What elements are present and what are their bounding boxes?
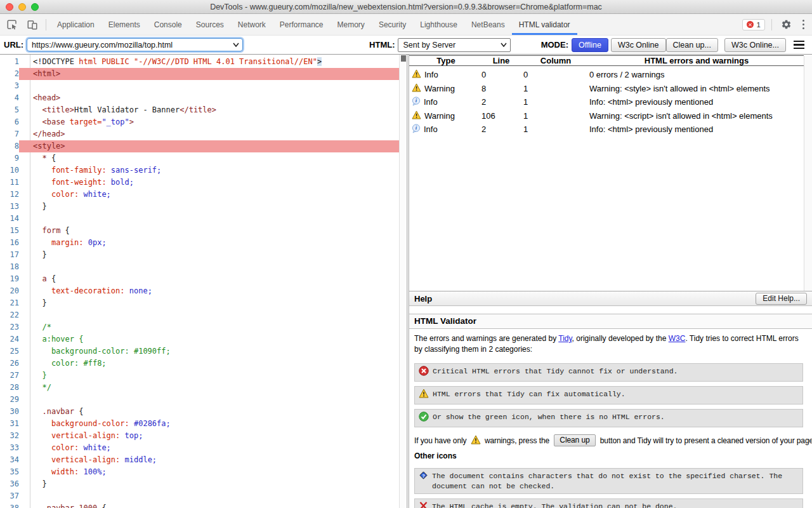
help-box-text: HTML errors that Tidy can fix automatica… [433, 389, 625, 399]
code-area: 1<!DOCTYPE html PUBLIC "-//W3C//DTD HTML… [0, 55, 407, 508]
url-label: URL: [4, 40, 23, 50]
line-number: 30 [0, 406, 23, 418]
warning-icon [412, 69, 421, 80]
tab-network[interactable]: Network [231, 14, 273, 35]
tab-sources[interactable]: Sources [189, 14, 231, 35]
code-line: 20 text-decoration: none; [0, 285, 407, 297]
error-type-label: Info [424, 70, 438, 79]
url-combobox[interactable]: https://www.gueury.com/mozilla/top.html [27, 38, 243, 51]
error-message: Info: <html> previously mentioned [589, 97, 804, 107]
code-line: 38 .navbar_1000 { [0, 502, 407, 508]
mode-offline-button[interactable]: Offline [572, 38, 608, 52]
line-number: 14 [0, 213, 23, 225]
category-boxes: Critical HTML errors that Tidy cannot fi… [409, 363, 812, 428]
chevron-down-icon [233, 43, 239, 47]
help-intro-paragraph: The errors and warnings are generated by… [414, 333, 802, 356]
error-type-label: Info [424, 124, 438, 134]
error-table-row[interactable]: Warning1061Warning: <script> isn't allow… [409, 109, 804, 123]
warning-triangle-icon [471, 435, 481, 446]
inspect-element-icon[interactable] [4, 17, 20, 33]
error-line-number: 0 [480, 70, 522, 79]
tab-elements[interactable]: Elements [102, 14, 147, 35]
error-table-row[interactable]: iInfo21Info: <html> previously mentioned [409, 95, 804, 109]
clean-up-button[interactable]: Clean up... [666, 38, 718, 52]
minimize-window-button[interactable] [18, 3, 26, 11]
editor-scrollbar[interactable] [399, 55, 407, 508]
edit-help-button[interactable]: Edit Help... [756, 293, 807, 305]
error-type-label: Warning [424, 111, 455, 121]
hamburger-menu-icon[interactable] [792, 39, 806, 51]
devtools-tabs: ApplicationElementsConsoleSourcesNetwork… [50, 14, 577, 35]
chevron-down-icon [501, 43, 507, 47]
help-box-text: The document contains characters that do… [432, 471, 787, 491]
line-number: 16 [0, 237, 23, 249]
error-circle-icon [747, 21, 754, 28]
charset-diamond-icon: ? [419, 471, 428, 483]
w3c-link[interactable]: W3C [669, 334, 686, 343]
code-line: 30 .navbar { [0, 406, 407, 418]
code-line: 36 } [0, 478, 407, 490]
url-value: https://www.gueury.com/mozilla/top.html [32, 41, 233, 50]
zoom-window-button[interactable] [31, 3, 39, 11]
error-table-row[interactable]: Info000 errors / 2 warnings [409, 68, 804, 82]
errors-scrollbar[interactable] [804, 56, 812, 291]
more-options-icon[interactable] [800, 17, 807, 32]
mode-w3c-online-button[interactable]: W3c Online [611, 38, 666, 52]
error-column-number: 0 [522, 70, 589, 79]
help-title: Help [414, 294, 432, 304]
code-line: 16 margin: 0px; [0, 237, 407, 249]
error-message: Info: <html> previously mentioned [589, 124, 804, 134]
warning-triangle-icon [419, 389, 429, 401]
error-table-row[interactable]: Warning81Warning: <style> isn't allowed … [409, 82, 804, 96]
line-number: 26 [0, 358, 23, 370]
line-number: 3 [0, 80, 23, 92]
html-source-select[interactable]: Sent by Server [398, 38, 511, 52]
code-line: 31 background-color: #0286fa; [0, 418, 407, 430]
code-line: 13 } [0, 201, 407, 213]
column-header: Line [480, 56, 522, 65]
settings-gear-icon[interactable] [778, 17, 795, 33]
tab-netbeans[interactable]: NetBeans [464, 14, 512, 35]
close-window-button[interactable] [6, 3, 13, 11]
info-icon: i [412, 97, 421, 108]
errors-table: TypeLineColumnHTML errors and warningsIn… [409, 55, 804, 137]
line-number: 28 [0, 382, 23, 394]
errors-table-header: TypeLineColumnHTML errors and warnings [409, 55, 804, 66]
mode-label: MODE: [541, 40, 568, 50]
device-toolbar-icon[interactable] [24, 17, 41, 33]
critical-error-icon [419, 366, 429, 379]
tab-security[interactable]: Security [372, 14, 413, 35]
tab-html-validator[interactable]: HTML validator [512, 14, 577, 35]
tab-console[interactable]: Console [147, 14, 189, 35]
code-line: 7</head> [0, 128, 407, 140]
console-error-badge[interactable]: 1 [742, 19, 764, 30]
tidy-link[interactable]: Tidy [558, 334, 572, 343]
error-table-row[interactable]: iInfo21Info: <html> previously mentioned [409, 123, 804, 137]
help-icon-box: The HTML cache is empty. The validation … [414, 498, 803, 508]
line-number: 34 [0, 454, 23, 466]
code-line: 6 <base target="_top"> [0, 116, 407, 128]
window-title: DevTools - www.gueury.com/mozilla/new_we… [0, 3, 812, 11]
code-line: 17 } [0, 249, 407, 261]
tab-memory[interactable]: Memory [331, 14, 372, 35]
editor-scrollbar-thumb[interactable] [401, 55, 406, 62]
tab-performance[interactable]: Performance [273, 14, 331, 35]
w3c-online-validate-button[interactable]: W3c Online... [724, 38, 786, 52]
code-line: 4<head> [0, 92, 407, 104]
devtools-window: DevTools - www.gueury.com/mozilla/new_we… [0, 0, 812, 508]
help-box-text: Or show the green icon, when there is no… [433, 412, 665, 422]
devtools-tabbar: ApplicationElementsConsoleSourcesNetwork… [0, 14, 812, 36]
column-header: Column [522, 56, 589, 65]
source-editor[interactable]: 1<!DOCTYPE html PUBLIC "-//W3C//DTD HTML… [0, 55, 407, 508]
line-number: 32 [0, 430, 23, 442]
code-line: 35 width: 100%; [0, 466, 407, 478]
tab-application[interactable]: Application [50, 14, 102, 35]
line-number: 31 [0, 418, 23, 430]
code-line: 21 } [0, 297, 407, 309]
column-header: Type [412, 56, 480, 65]
tab-lighthouse[interactable]: Lighthouse [413, 14, 464, 35]
line-number: 6 [0, 116, 23, 128]
line-number: 24 [0, 333, 23, 345]
inline-clean-up-button[interactable]: Clean up [554, 434, 595, 446]
green-check-icon [419, 411, 429, 425]
